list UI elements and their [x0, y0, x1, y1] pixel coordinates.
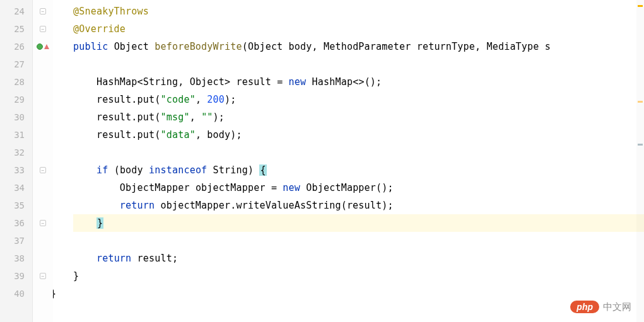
marker-gutter[interactable]: − − − − − — [33, 0, 53, 322]
code-editor: 24 25 26 27 28 29 30 31 32 33 34 35 36 3… — [0, 0, 644, 322]
fold-icon[interactable]: − — [40, 26, 46, 32]
code-line-38[interactable]: return result; — [73, 250, 644, 267]
code-line-36[interactable]: } — [73, 214, 644, 232]
line-number[interactable]: 34 — [0, 179, 32, 197]
code-line-32[interactable] — [73, 144, 644, 161]
annotation: @Override — [73, 23, 126, 35]
fold-icon[interactable]: − — [40, 273, 46, 279]
line-number[interactable]: 39 — [0, 267, 32, 285]
override-marker-icon[interactable] — [33, 38, 53, 55]
line-number[interactable]: 31 — [0, 126, 32, 144]
line-number[interactable]: 32 — [0, 144, 32, 161]
line-number[interactable]: 37 — [0, 232, 32, 250]
code-line-37[interactable] — [73, 232, 644, 250]
code-line-27[interactable] — [73, 55, 644, 73]
code-line-39[interactable]: } — [73, 267, 644, 285]
nav-stripe-icon[interactable] — [638, 144, 643, 146]
line-number[interactable]: 28 — [0, 73, 32, 91]
code-line-24[interactable]: @SneakyThrows — [73, 3, 644, 20]
line-number[interactable]: 36 — [0, 214, 32, 232]
line-number[interactable]: 25 — [0, 20, 32, 38]
code-content[interactable]: @SneakyThrows @Override public Object be… — [53, 0, 644, 322]
watermark-badge: php — [570, 301, 599, 313]
code-line-34[interactable]: ObjectMapper objectMapper = new ObjectMa… — [73, 179, 644, 197]
method-name: beforeBodyWrite — [155, 41, 242, 52]
line-number[interactable]: 38 — [0, 250, 32, 267]
watermark: php 中文网 — [570, 301, 631, 313]
code-line-29[interactable]: result.put("code", 200); — [73, 91, 644, 108]
line-number-gutter[interactable]: 24 25 26 27 28 29 30 31 32 33 34 35 36 3… — [0, 0, 33, 322]
fold-icon[interactable]: − — [40, 167, 46, 173]
watermark-text: 中文网 — [603, 301, 631, 313]
code-line-25[interactable]: @Override — [73, 20, 644, 38]
line-number[interactable]: 27 — [0, 55, 32, 73]
fold-icon[interactable]: − — [40, 220, 46, 226]
fold-icon[interactable]: − — [40, 8, 46, 14]
code-line-33[interactable]: if (body instanceof String) { — [73, 161, 644, 179]
line-number[interactable]: 24 — [0, 3, 32, 20]
code-line-30[interactable]: result.put("msg", ""); — [73, 108, 644, 126]
line-number[interactable]: 33 — [0, 161, 32, 179]
line-number[interactable]: 30 — [0, 108, 32, 126]
code-line-26[interactable]: public Object beforeBodyWrite(Object bod… — [73, 38, 644, 55]
matched-brace: } — [97, 217, 103, 229]
line-number[interactable]: 35 — [0, 197, 32, 214]
line-number[interactable]: 40 — [0, 285, 32, 302]
line-number[interactable]: 26 — [0, 38, 32, 55]
warning-stripe-icon[interactable] — [638, 5, 643, 7]
line-number[interactable]: 29 — [0, 91, 32, 108]
scrollbar-vertical[interactable] — [636, 0, 644, 322]
code-line-40[interactable]: } — [73, 285, 644, 302]
annotation: @SneakyThrows — [73, 6, 149, 17]
matched-brace: { — [259, 164, 266, 176]
code-line-28[interactable]: HashMap<String, Object> result = new Has… — [73, 73, 644, 91]
code-line-35[interactable]: return objectMapper.writeValueAsString(r… — [73, 197, 644, 214]
code-line-31[interactable]: result.put("data", body); — [73, 126, 644, 144]
warning-stripe-icon[interactable] — [638, 101, 643, 103]
